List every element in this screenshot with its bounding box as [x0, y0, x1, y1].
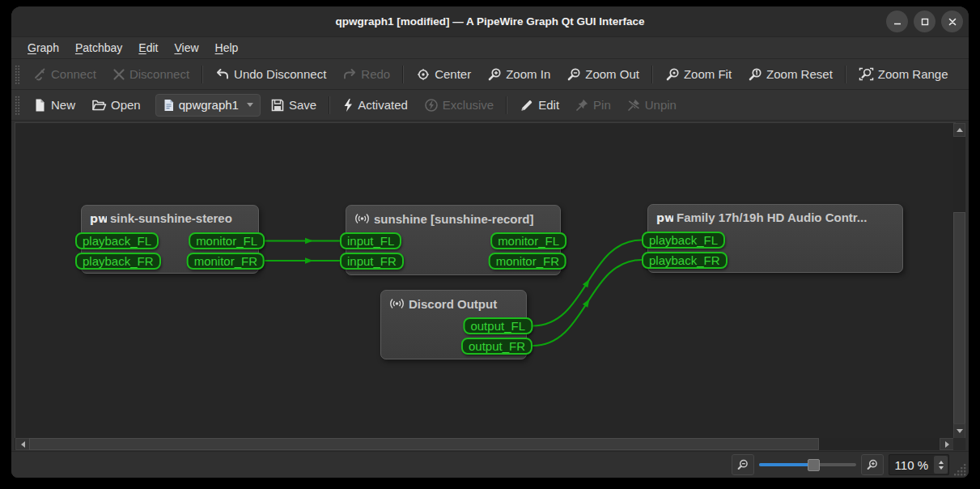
toolbar-separator — [506, 96, 507, 114]
redo-button[interactable]: Redo — [334, 59, 398, 89]
save-button[interactable]: Save — [267, 90, 325, 120]
save-icon — [270, 98, 285, 113]
port-out-monitor_FR[interactable]: monitor_FR — [187, 253, 265, 270]
vertical-scrollbar[interactable] — [953, 123, 965, 438]
zoom-out-button[interactable]: Zoom Out — [558, 59, 647, 89]
scrollbar-corner — [953, 438, 965, 450]
zoom-range-button[interactable]: Zoom Range — [851, 59, 957, 89]
menu-graph[interactable]: Graph — [19, 37, 67, 58]
disconnect-icon — [112, 68, 125, 81]
dropdown-caret-icon — [247, 103, 253, 107]
patchbay-file-dropdown[interactable]: qpwgraph1 — [155, 94, 261, 117]
arrow-up-icon — [957, 128, 963, 132]
canvas[interactable]: pwsink-sunshine-stereoplayback_FLplaybac… — [15, 122, 956, 440]
spin-down-icon[interactable] — [939, 466, 944, 470]
scroll-right-button[interactable] — [940, 438, 954, 450]
scroll-down-button[interactable] — [953, 423, 965, 439]
zoom-value: 110 % — [889, 458, 934, 472]
arrow-down-icon — [957, 429, 963, 433]
port-in-input_FR[interactable]: input_FR — [340, 253, 404, 270]
statusbar: 110 % — [11, 451, 969, 478]
graph-toolbar: Connect Disconnect Undo Disconnect Redo … — [11, 59, 969, 90]
zoom-slider[interactable] — [759, 455, 856, 474]
zoom-out-icon — [566, 67, 581, 82]
pipewire-icon: pw — [655, 211, 673, 224]
menubar: Graph Patchbay Edit View Help — [11, 37, 969, 59]
wire-arrow — [305, 238, 313, 244]
port-out-monitor_FR[interactable]: monitor_FR — [489, 253, 566, 270]
audio-source-icon — [354, 211, 371, 226]
wire-arrow — [583, 279, 590, 287]
disconnect-button[interactable]: Disconnect — [104, 59, 197, 89]
port-out-monitor_FL[interactable]: monitor_FL — [490, 232, 566, 249]
pin-button[interactable]: Pin — [567, 90, 619, 120]
center-icon — [416, 67, 431, 82]
scroll-up-button[interactable] — [953, 123, 965, 137]
statusbar-zoom-in-button[interactable] — [861, 454, 884, 475]
horizontal-scroll-thumb[interactable] — [29, 438, 819, 450]
toolbar-separator — [329, 96, 330, 114]
close-button[interactable] — [941, 11, 963, 32]
arrow-right-icon — [945, 441, 949, 448]
zoom-reset-button[interactable]: Zoom Reset — [740, 59, 841, 89]
node-title: sunshine [sunshine-record] — [374, 212, 534, 226]
resize-grip[interactable] — [951, 461, 967, 477]
statusbar-zoom-out-button[interactable] — [732, 454, 754, 475]
menu-edit[interactable]: Edit — [130, 37, 166, 58]
port-in-playback_FR[interactable]: playback_FR — [75, 253, 161, 270]
zoom-out-icon — [736, 458, 749, 471]
unpin-icon — [627, 98, 641, 112]
open-button[interactable]: Open — [83, 90, 149, 120]
menu-view[interactable]: View — [166, 37, 206, 58]
activated-button[interactable]: Activated — [334, 90, 416, 120]
connect-button[interactable]: Connect — [24, 59, 104, 89]
zoom-in-button[interactable]: Zoom In — [479, 59, 558, 89]
toolbar-grip[interactable] — [15, 65, 20, 84]
port-out-output_FR[interactable]: output_FR — [461, 338, 532, 355]
activated-icon — [342, 98, 354, 113]
spin-buttons[interactable] — [934, 456, 948, 474]
wire-arrow — [305, 257, 313, 264]
scroll-left-button[interactable] — [15, 438, 30, 450]
port-in-playback_FL[interactable]: playback_FL — [75, 232, 159, 249]
unpin-button[interactable]: Unpin — [619, 90, 685, 120]
port-out-output_FL[interactable]: output_FL — [463, 317, 532, 334]
toolbar-separator — [202, 66, 203, 83]
center-button[interactable]: Center — [408, 59, 479, 89]
menu-help[interactable]: Help — [207, 37, 247, 58]
zoom-fit-button[interactable]: Zoom Fit — [657, 59, 740, 89]
undo-icon — [215, 67, 230, 82]
svg-text:pw: pw — [90, 212, 107, 225]
spin-up-icon[interactable] — [939, 461, 944, 464]
titlebar[interactable]: qpwgraph1 [modified] — A PipeWire Graph … — [11, 6, 969, 37]
edit-button[interactable]: Edit — [511, 90, 567, 120]
minimize-button[interactable] — [886, 11, 908, 32]
slider-handle[interactable] — [808, 459, 820, 471]
toolbar-separator — [845, 66, 846, 83]
port-out-monitor_FL[interactable]: monitor_FL — [189, 232, 265, 249]
pin-icon — [575, 98, 589, 112]
horizontal-scrollbar[interactable] — [15, 438, 953, 450]
menu-patchbay[interactable]: Patchbay — [67, 37, 130, 58]
maximize-button[interactable] — [914, 11, 935, 32]
zoom-fit-icon — [665, 67, 680, 82]
vertical-scroll-thumb[interactable] — [953, 212, 965, 424]
pipewire-icon: pw — [89, 212, 107, 225]
toolbar-grip[interactable] — [15, 96, 20, 115]
toolbar-separator — [651, 66, 653, 83]
port-in-input_FL[interactable]: input_FL — [340, 232, 401, 249]
slider-fill — [759, 463, 811, 466]
connections-layer — [15, 123, 953, 438]
zoom-in-icon — [487, 67, 502, 82]
zoom-spinbox[interactable]: 110 % — [889, 454, 949, 475]
open-folder-icon — [91, 98, 107, 113]
wire-arrow — [583, 299, 590, 307]
edit-pencil-icon — [520, 98, 534, 113]
zoom-in-icon — [866, 458, 879, 471]
exclusive-button[interactable]: Exclusive — [416, 90, 502, 120]
port-in-playback_FR[interactable]: playback_FR — [642, 252, 728, 269]
port-in-playback_FL[interactable]: playback_FL — [642, 232, 725, 249]
undo-disconnect-button[interactable]: Undo Disconnect — [207, 59, 334, 89]
patchbay-toolbar: New Open qpwgraph1 Save Activated Exclus… — [11, 90, 969, 121]
new-button[interactable]: New — [24, 90, 83, 120]
